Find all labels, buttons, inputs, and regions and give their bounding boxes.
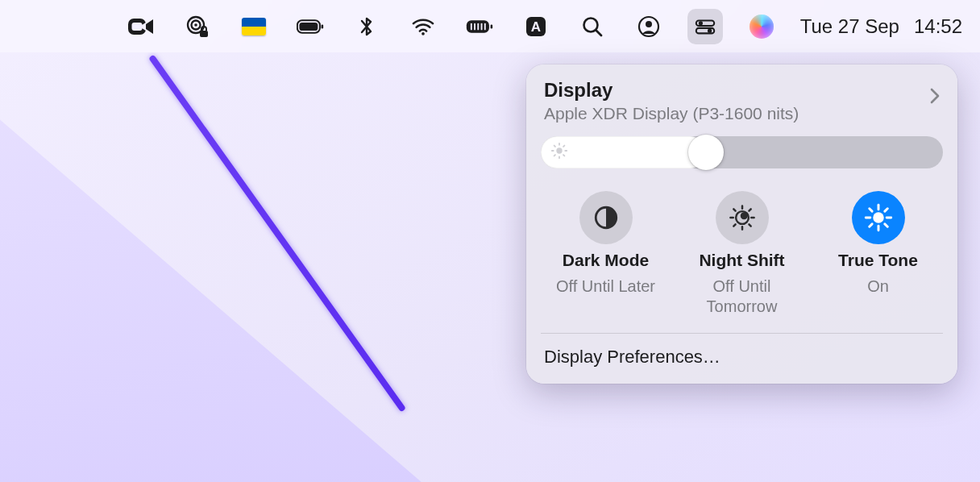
display-preferences-link[interactable]: Display Preferences… [526, 334, 957, 384]
spotlight-search-icon[interactable] [575, 9, 610, 44]
toggle-label: True Tone [838, 251, 918, 270]
battery-status-icon[interactable] [462, 9, 497, 44]
menubar-datetime[interactable]: Tue 27 Sep 14:52 [800, 15, 962, 38]
siri-icon[interactable] [744, 9, 779, 44]
control-center-icon[interactable] [687, 9, 723, 44]
brightness-low-icon [550, 142, 568, 163]
night-shift-icon [716, 191, 769, 244]
svg-point-22 [646, 21, 652, 27]
wifi-icon[interactable] [405, 9, 441, 44]
svg-line-20 [596, 30, 601, 35]
svg-line-35 [563, 145, 564, 146]
true-tone-icon [852, 191, 905, 244]
menubar-date: Tue 27 Sep [800, 15, 899, 38]
toggle-dark-mode[interactable]: Dark Mode Off Until Later [542, 191, 671, 317]
menubar: A Tue 27 Sep 14:52 [0, 0, 980, 52]
display-toggles-row: Dark Mode Off Until Later Night Shift Of… [526, 183, 957, 333]
svg-rect-7 [299, 22, 318, 30]
chevron-right-icon[interactable] [928, 87, 941, 108]
svg-rect-8 [321, 24, 323, 28]
facetime-icon[interactable] [123, 9, 159, 44]
svg-line-52 [869, 209, 871, 211]
svg-point-47 [873, 212, 884, 223]
svg-point-26 [708, 28, 712, 32]
svg-line-54 [869, 224, 871, 226]
svg-point-24 [699, 21, 703, 25]
svg-rect-1 [131, 23, 142, 31]
flag-icon[interactable] [236, 9, 272, 44]
svg-point-38 [740, 212, 747, 219]
toggle-label: Dark Mode [563, 251, 649, 270]
panel-header[interactable]: Display Apple XDR Display (P3-1600 nits) [526, 76, 957, 130]
svg-point-27 [556, 148, 562, 153]
panel-subtitle: Apple XDR Display (P3-1600 nits) [544, 104, 799, 123]
svg-line-44 [749, 224, 750, 226]
display-control-panel: Display Apple XDR Display (P3-1600 nits) [526, 64, 957, 384]
battery-icon[interactable] [293, 9, 328, 44]
toggle-status: On [867, 276, 889, 297]
toggle-status: Off Until Later [556, 276, 655, 297]
svg-rect-11 [490, 24, 492, 28]
toggle-label: Night Shift [699, 251, 784, 270]
brightness-slider-knob[interactable] [688, 135, 724, 170]
desktop: A Tue 27 Sep 14:52 Display Apple XDR Dis… [0, 0, 980, 482]
wallpaper-wedge-fill [0, 56, 451, 482]
svg-line-53 [884, 224, 887, 226]
user-account-icon[interactable] [631, 9, 666, 44]
menubar-time: 14:52 [914, 15, 962, 38]
svg-line-55 [884, 209, 887, 211]
svg-line-46 [749, 209, 750, 210]
display-preferences-label: Display Preferences… [544, 347, 720, 367]
panel-title: Display [544, 79, 799, 102]
brightness-slider[interactable] [541, 136, 943, 168]
input-source-icon[interactable]: A [518, 9, 554, 44]
bluetooth-icon[interactable] [349, 9, 384, 44]
brightness-slider-region [526, 130, 957, 183]
svg-line-33 [563, 155, 564, 156]
toggle-true-tone[interactable]: True Tone On [814, 191, 943, 317]
svg-point-9 [421, 32, 425, 35]
svg-line-32 [554, 145, 555, 146]
toggle-night-shift[interactable]: Night Shift Off Until Tomorrow [678, 191, 807, 317]
svg-line-45 [733, 224, 735, 226]
toggle-status: Off Until Tomorrow [678, 276, 807, 317]
dark-mode-icon [579, 191, 633, 244]
svg-text:A: A [531, 19, 541, 35]
airplay-lock-icon[interactable] [180, 9, 215, 44]
svg-line-43 [733, 209, 735, 210]
svg-point-4 [194, 23, 197, 27]
svg-line-34 [554, 155, 555, 156]
svg-rect-5 [200, 31, 208, 37]
